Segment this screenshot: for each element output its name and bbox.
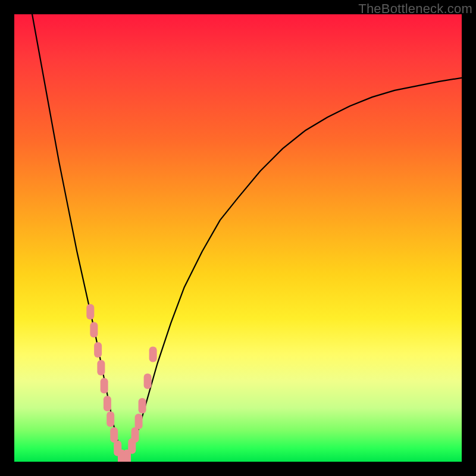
marker-point	[94, 342, 102, 358]
marker-point	[110, 427, 118, 443]
marker-point	[107, 412, 114, 427]
marker-point	[86, 304, 94, 320]
watermark-text: TheBottleneck.com	[358, 1, 472, 17]
marker-point	[135, 414, 143, 429]
marker-point	[139, 398, 146, 414]
marker-point	[97, 360, 105, 375]
marker-point	[149, 347, 157, 362]
bottleneck-curve-path	[32, 14, 462, 462]
marker-point	[90, 322, 98, 337]
chart-frame	[14, 14, 462, 462]
marker-point	[101, 378, 108, 393]
marker-point	[131, 427, 139, 443]
marker-point	[144, 374, 152, 389]
marker-group	[86, 304, 156, 462]
bottleneck-chart	[14, 14, 462, 462]
marker-point	[104, 396, 111, 411]
